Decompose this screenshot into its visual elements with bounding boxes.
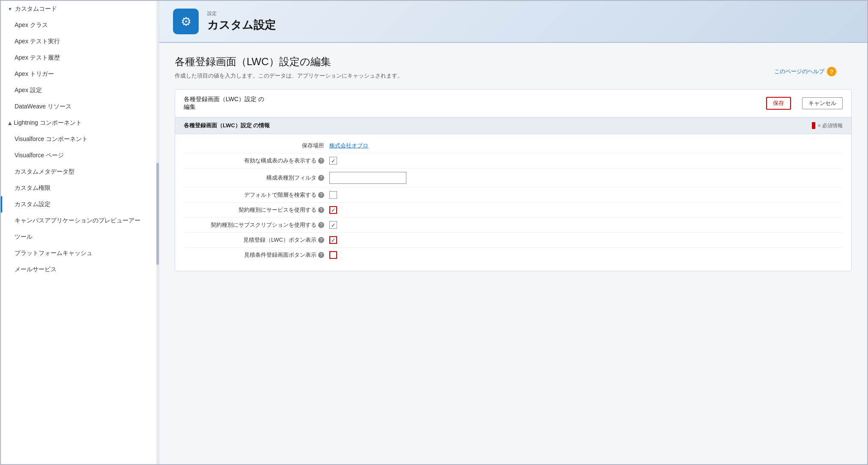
save-button[interactable]: 保存	[766, 97, 791, 110]
breadcrumb: 設定	[207, 10, 276, 17]
sidebar-item-custom-metadata[interactable]: カスタムメタデータ型	[1, 164, 159, 180]
field-rows: 保存場所 株式会社オプロ 有効な構成表のみを表示する ?	[175, 134, 851, 271]
sidebar: ▼ カスタムコード Apex クラス Apex テスト実行 Apex テスト履歴…	[1, 1, 159, 464]
field-label-show-estimate-btn: 見積登録（LWC）ボタン表示 ?	[184, 236, 329, 244]
sidebar-item-dataweave[interactable]: DataWeave リソース	[1, 99, 159, 115]
checkbox-use-service[interactable]	[329, 206, 337, 214]
sidebar-item-apex-class[interactable]: Apex クラス	[1, 17, 159, 33]
field-row-show-estimate-btn: 見積登録（LWC）ボタン表示 ?	[184, 233, 843, 248]
help-link-text[interactable]: このページのヘルプ	[774, 68, 824, 75]
help-circle-icon: ?	[827, 67, 836, 76]
sidebar-item-lightning[interactable]: ▶ Lightning コンポーネント	[1, 115, 159, 131]
sidebar-item-custom-permissions[interactable]: カスタム権限	[1, 180, 159, 196]
sidebar-item-visualforce-component[interactable]: Visualforce コンポーネント	[1, 131, 159, 147]
help-icon-search-hierarchy[interactable]: ?	[318, 192, 324, 198]
page-subtitle: 作成した項目の値を入力します。このデータは、アプリケーションにキャッシュされます…	[175, 72, 852, 80]
help-icon-show-valid[interactable]: ?	[318, 158, 324, 164]
page-title: カスタム設定	[207, 18, 276, 33]
arrow-icon: ▶	[7, 121, 12, 125]
field-label-use-subscription: 契約種別にサブスクリプションを使用する ?	[184, 221, 329, 229]
field-row-show-valid-only: 有効な構成表のみを表示する ?	[184, 153, 843, 168]
field-row-use-subscription: 契約種別にサブスクリプションを使用する ?	[184, 218, 843, 233]
checkbox-show-estimate-btn[interactable]	[329, 236, 337, 244]
scrollbar-thumb[interactable]	[156, 163, 159, 265]
checkbox-use-subscription[interactable]	[329, 221, 337, 229]
sidebar-item-custom-settings[interactable]: カスタム設定	[1, 196, 159, 213]
arrow-icon: ▼	[8, 6, 12, 12]
field-row-save-location: 保存場所 株式会社オプロ	[184, 138, 843, 153]
help-icon-config-filter[interactable]: ?	[318, 175, 324, 181]
checkbox-show-valid-only[interactable]	[329, 157, 337, 165]
field-row-config-type-filter: 構成表種別フィルタ ?	[184, 168, 843, 188]
field-label-config-type-filter: 構成表種別フィルタ ?	[184, 174, 329, 182]
content-area: このページのヘルプ ? 各種登録画面（LWC）設定の編集 作成した項目の値を入力…	[159, 43, 867, 464]
field-value-use-service	[329, 206, 337, 214]
field-value-search-hierarchy	[329, 191, 337, 199]
sidebar-item-tools[interactable]: ツール	[1, 229, 159, 245]
required-mark-icon	[812, 122, 815, 129]
help-icon-show-estimate-btn[interactable]: ?	[318, 237, 324, 243]
field-label-save-location: 保存場所	[184, 142, 329, 150]
field-value-show-estimate-btn	[329, 236, 337, 244]
form-card-title: 各種登録画面（LWC）設定 の 編集	[184, 96, 758, 111]
form-card-header: 各種登録画面（LWC）設定 の 編集 保存 キャンセル	[175, 90, 851, 117]
page-header: ⚙ 設定 カスタム設定	[159, 1, 867, 43]
main-content: ⚙ 設定 カスタム設定 このページのヘルプ ? 各種登録画面（LWC）設定の編集…	[159, 1, 867, 464]
save-location-link[interactable]: 株式会社オプロ	[329, 142, 368, 150]
field-value-save-location: 株式会社オプロ	[329, 142, 368, 150]
field-row-use-service: 契約種別にサービスを使用する ?	[184, 203, 843, 218]
cancel-button[interactable]: キャンセル	[802, 97, 843, 109]
field-row-show-estimate-cond-btn: 見積条件登録画面ボタン表示 ?	[184, 248, 843, 262]
help-link[interactable]: このページのヘルプ ?	[774, 67, 836, 76]
sidebar-item-apex-trigger[interactable]: Apex トリガー	[1, 66, 159, 82]
required-label: = 必須情報	[818, 122, 843, 129]
checkbox-show-estimate-cond-btn[interactable]	[329, 251, 337, 259]
field-label-use-service: 契約種別にサービスを使用する ?	[184, 206, 329, 214]
field-row-search-hierarchy: デフォルトで階層を検索する ?	[184, 188, 843, 203]
page-title-section: 各種登録画面（LWC）設定の編集 作成した項目の値を入力します。このデータは、ア…	[175, 55, 852, 80]
sidebar-group-label: カスタムコード	[15, 5, 57, 13]
header-icon: ⚙	[173, 9, 199, 34]
required-legend: = 必須情報	[812, 122, 843, 129]
header-text: 設定 カスタム設定	[207, 10, 276, 33]
info-section-title: 各種登録画面（LWC）設定 の情報	[184, 122, 270, 129]
field-value-show-valid-only	[329, 157, 337, 165]
field-label-search-hierarchy: デフォルトで階層を検索する ?	[184, 191, 329, 199]
form-page-title: 各種登録画面（LWC）設定の編集	[175, 55, 852, 69]
sidebar-item-apex-settings[interactable]: Apex 設定	[1, 82, 159, 99]
sidebar-item-apex-test-run[interactable]: Apex テスト実行	[1, 33, 159, 50]
info-section-header: 各種登録画面（LWC）設定 の情報 = 必須情報	[175, 117, 851, 134]
sidebar-group-custom-code[interactable]: ▼ カスタムコード	[1, 1, 159, 17]
gear-icon: ⚙	[181, 15, 191, 29]
help-icon-use-subscription[interactable]: ?	[318, 222, 324, 228]
help-icon-use-service[interactable]: ?	[318, 207, 324, 213]
checkbox-search-hierarchy[interactable]	[329, 191, 337, 199]
sidebar-item-email-service[interactable]: メールサービス	[1, 261, 159, 278]
sidebar-item-visualforce-page[interactable]: Visualforce ページ	[1, 147, 159, 164]
sidebar-item-platform-cache[interactable]: プラットフォームキャッシュ	[1, 245, 159, 261]
sidebar-item-apex-test-history[interactable]: Apex テスト履歴	[1, 50, 159, 66]
field-value-show-estimate-cond-btn	[329, 251, 337, 259]
content-wrapper: このページのヘルプ ? 各種登録画面（LWC）設定の編集 作成した項目の値を入力…	[175, 55, 852, 271]
field-value-config-type-filter	[329, 172, 406, 184]
form-card: 各種登録画面（LWC）設定 の 編集 保存 キャンセル 各種登録画面（LWC）設…	[175, 89, 852, 271]
scrollbar[interactable]	[156, 1, 159, 464]
config-type-filter-input[interactable]	[329, 172, 406, 184]
field-label-show-valid-only: 有効な構成表のみを表示する ?	[184, 157, 329, 165]
field-label-show-estimate-cond-btn: 見積条件登録画面ボタン表示 ?	[184, 251, 329, 259]
field-value-use-subscription	[329, 221, 337, 229]
help-icon-show-estimate-cond-btn[interactable]: ?	[318, 252, 324, 258]
sidebar-item-canvas-app[interactable]: キャンバスアプリケーションのプレビューアー	[1, 213, 159, 229]
